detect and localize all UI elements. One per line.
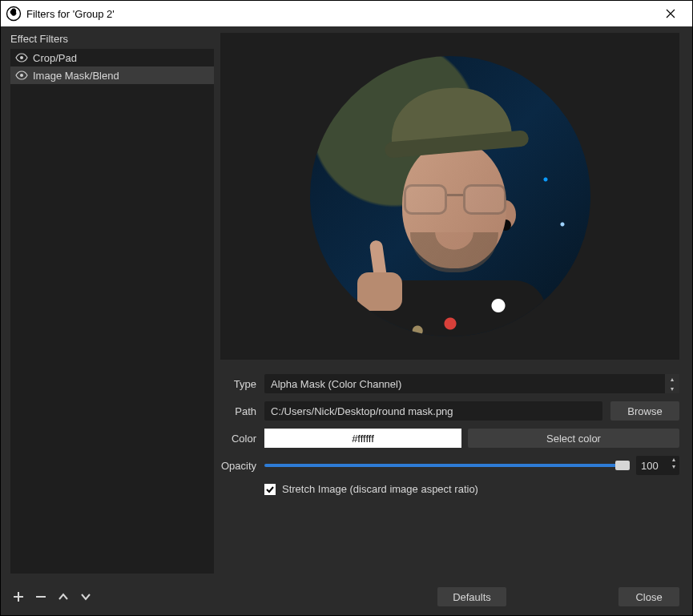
type-label: Type <box>220 378 264 390</box>
app-icon <box>6 6 22 22</box>
add-filter-button[interactable] <box>10 589 26 605</box>
select-color-label: Select color <box>546 433 601 445</box>
opacity-value-input[interactable]: 100 ▴ ▾ <box>636 456 679 475</box>
select-color-button[interactable]: Select color <box>468 429 679 448</box>
remove-filter-button[interactable] <box>33 589 49 605</box>
path-input[interactable] <box>264 401 602 421</box>
checkmark-icon <box>265 485 275 494</box>
opacity-value: 100 <box>641 460 659 472</box>
preview-area <box>220 33 679 360</box>
filter-item-label: Crop/Pad <box>33 52 77 64</box>
visibility-icon[interactable] <box>15 69 28 82</box>
chevron-down-icon <box>79 590 92 603</box>
chevron-up-icon[interactable]: ▴ <box>668 456 679 463</box>
chevron-down-icon[interactable]: ▾ <box>668 463 679 470</box>
filter-item-crop-pad[interactable]: Crop/Pad <box>10 49 214 66</box>
close-button[interactable]: Close <box>618 587 679 606</box>
stretch-image-label: Stretch Image (discard image aspect rati… <box>282 483 478 495</box>
defaults-button[interactable]: Defaults <box>437 587 506 606</box>
filter-item-label: Image Mask/Blend <box>33 70 119 82</box>
type-select[interactable]: Alpha Mask (Color Channel) ▴ ▾ <box>264 374 679 393</box>
filter-list: Crop/Pad Image Mask/Blend <box>10 49 214 574</box>
content: Type Alpha Mask (Color Channel) ▴ ▾ Path… <box>214 26 692 580</box>
browse-button[interactable]: Browse <box>610 401 679 421</box>
bottombar: Defaults Close <box>1 580 692 614</box>
chevron-up-icon[interactable]: ▴ <box>665 374 679 384</box>
svg-point-1 <box>20 56 23 59</box>
sidebar-header: Effect Filters <box>10 33 207 45</box>
plus-icon <box>12 590 25 603</box>
color-value: #ffffff <box>352 433 374 445</box>
opacity-label: Opacity <box>220 460 264 472</box>
move-filter-up-button[interactable] <box>55 589 71 605</box>
sidebar: Effect Filters Crop/Pad Image Mask/Blend <box>1 26 214 580</box>
filter-settings: Type Alpha Mask (Color Channel) ▴ ▾ Path… <box>220 360 679 503</box>
minus-icon <box>34 590 47 603</box>
chevron-up-icon <box>57 590 70 603</box>
visibility-icon[interactable] <box>15 51 28 64</box>
close-icon <box>666 9 675 18</box>
preview-image <box>310 56 590 336</box>
window-close-button[interactable] <box>655 2 686 25</box>
move-filter-down-button[interactable] <box>78 589 94 605</box>
main: Effect Filters Crop/Pad Image Mask/Blend <box>1 26 692 580</box>
stretch-image-checkbox[interactable] <box>264 484 276 495</box>
color-swatch[interactable]: #ffffff <box>264 429 461 448</box>
type-value: Alpha Mask (Color Channel) <box>271 378 401 390</box>
chevron-down-icon[interactable]: ▾ <box>665 384 679 393</box>
opacity-slider[interactable] <box>264 464 630 467</box>
window-title: Filters for 'Group 2' <box>26 8 655 20</box>
svg-point-2 <box>20 74 23 77</box>
titlebar: Filters for 'Group 2' <box>1 1 692 26</box>
filter-item-image-mask-blend[interactable]: Image Mask/Blend <box>10 66 214 84</box>
color-label: Color <box>220 433 264 445</box>
path-label: Path <box>220 405 264 417</box>
